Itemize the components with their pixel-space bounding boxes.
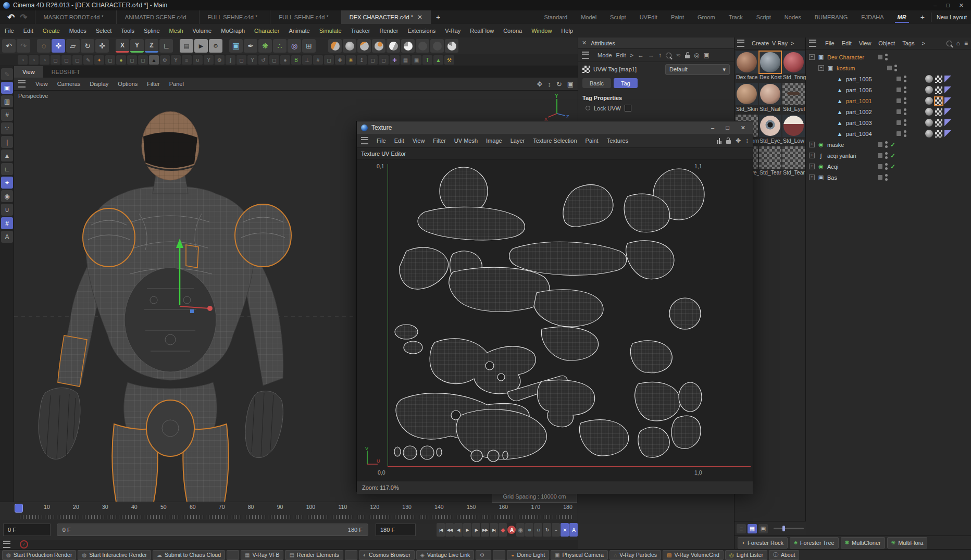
toolbar2-icon[interactable]: ◻ — [138, 55, 148, 65]
object-tree-row[interactable]: + ▣ Bas ✓ — [806, 172, 971, 183]
document-tab[interactable]: FULL SEHNE.c4d * — [270, 10, 341, 24]
materials-vray-menu[interactable]: V-Ray — [772, 40, 788, 46]
texture-menu-item[interactable]: Textures — [603, 138, 633, 144]
thumbnail-size-slider[interactable] — [774, 528, 804, 529]
viewport-menu-item[interactable]: Display — [85, 81, 113, 87]
up-arrow-icon[interactable]: ↑ — [658, 52, 662, 59]
menu-item[interactable]: Tracker — [346, 28, 375, 34]
toolbar2-icon[interactable]: ◻ — [61, 55, 71, 65]
menu-item[interactable]: Mesh — [165, 28, 188, 34]
visibility-dots[interactable] — [885, 54, 888, 60]
material-tag-icon[interactable] — [925, 75, 933, 83]
toolbar2-icon[interactable]: ◔ — [29, 55, 39, 65]
object-tree-row[interactable]: + ◉ maske ✓ — [806, 139, 971, 150]
material-item[interactable]: Std_Nail — [759, 83, 782, 114]
vray-shelf-button[interactable]: ◐ Cosmos Browser — [359, 550, 415, 560]
material-item[interactable]: Std_Tear — [759, 146, 782, 178]
toolbar2-icon[interactable]: ▲ — [149, 55, 159, 65]
target-icon[interactable]: ◎ — [694, 52, 699, 59]
phong-tag-icon[interactable] — [944, 130, 951, 137]
viewport-menu-item[interactable]: Filter — [142, 81, 164, 87]
lock-icon[interactable] — [685, 55, 690, 58]
layer-square-icon[interactable] — [887, 66, 892, 70]
toolbar2-icon[interactable]: ◻ — [105, 55, 115, 65]
forester-shelf-button[interactable]: ◗ Forester Rock — [738, 537, 788, 549]
object-name[interactable]: acqi yanlari — [827, 153, 875, 159]
spline-pen-icon[interactable]: ✒ — [244, 39, 257, 53]
new-layout-button[interactable]: New Layout — [932, 10, 971, 24]
rotate-tool-icon[interactable]: ↻ — [81, 39, 94, 53]
visibility-dots[interactable] — [904, 86, 906, 93]
vray-shelf-button[interactable]: ◒ Dome Light — [507, 550, 549, 560]
object-name[interactable]: kostum — [837, 65, 885, 71]
points-mode-icon[interactable]: ∵ — [1, 122, 13, 134]
fit-vertical-icon[interactable]: ↕ — [745, 137, 749, 144]
object-name[interactable]: part_1001 — [846, 98, 894, 104]
object-tree-row[interactable]: ▲ part_1005 ✓ — [806, 73, 971, 84]
toolbar2-icon[interactable]: B — [291, 55, 301, 65]
maximize-button[interactable]: □ — [726, 125, 729, 131]
expander-icon[interactable]: − — [818, 65, 824, 71]
texture-mode-icon[interactable]: ▥ — [1, 95, 13, 107]
layout-view-icon[interactable]: ▣ — [758, 524, 768, 533]
menu-item[interactable]: RealFlow — [465, 28, 499, 34]
toolbar2-icon[interactable]: ↥ — [357, 55, 367, 65]
render-view-icon[interactable]: ▤ — [180, 39, 193, 53]
menu-item[interactable]: Select — [91, 28, 117, 34]
menu-item[interactable]: Extensions — [403, 28, 440, 34]
object-name[interactable]: part_1004 — [846, 131, 894, 137]
vray-shelf-button[interactable]: ☁ Submit to Chaos Cloud — [153, 550, 225, 560]
material-thumbnail[interactable] — [736, 51, 758, 73]
redo-icon[interactable]: ↷ — [20, 12, 27, 23]
material-tag-icon[interactable] — [925, 86, 933, 94]
undo-icon[interactable]: ↶ — [7, 12, 15, 23]
visibility-dots[interactable] — [904, 97, 906, 104]
toolbar2-icon[interactable]: # — [313, 55, 323, 65]
expander-icon[interactable]: + — [809, 164, 815, 169]
menu-item[interactable]: File — [0, 28, 19, 34]
layout-tab[interactable]: Standard — [537, 10, 574, 24]
object-name[interactable]: Dex Character — [827, 54, 875, 60]
object-name[interactable]: part_1005 — [846, 76, 894, 82]
layout-tab[interactable]: BUMERANG — [808, 10, 855, 24]
layout-tab[interactable]: Nodes — [778, 10, 808, 24]
toolbar2-icon[interactable]: ◻ — [72, 55, 82, 65]
visibility-dots[interactable] — [904, 119, 906, 126]
visibility-dots[interactable] — [885, 141, 888, 148]
visibility-dots[interactable] — [904, 108, 906, 115]
texture-menu-item[interactable]: View — [408, 138, 429, 144]
layer-square-icon[interactable] — [897, 77, 901, 81]
hamburger-icon[interactable] — [809, 40, 816, 47]
prev-frame-button[interactable]: ◀| — [454, 523, 463, 537]
object-tree-row[interactable]: − ▣ kostum ✓ — [806, 63, 971, 73]
prev-key-button[interactable]: ◀◀ — [445, 523, 454, 537]
sim-ball-5-icon[interactable] — [387, 39, 400, 53]
forester-shelf-button[interactable]: ❀ MultiFlora — [887, 537, 928, 549]
timeline-playhead[interactable] — [15, 504, 23, 513]
tweak-mode-icon[interactable]: ✎ — [1, 68, 13, 80]
maximize-view-icon[interactable]: ▣ — [567, 80, 574, 88]
sim-ball-8-icon[interactable] — [430, 39, 444, 53]
toolbar2-icon[interactable]: ◔ — [40, 55, 49, 65]
materials-create-menu[interactable]: Create — [752, 40, 769, 46]
toolbar2-icon[interactable]: Y — [247, 55, 257, 65]
object-manager-menu-item[interactable]: File — [821, 40, 838, 46]
material-item[interactable]: Std_Skin — [736, 83, 758, 114]
material-thumbnail[interactable] — [782, 146, 805, 169]
texture-window-titlebar[interactable]: Texture – □ ✕ — [357, 121, 753, 134]
menu-item[interactable]: Character — [250, 28, 284, 34]
layout-tab[interactable]: UVEdit — [633, 10, 664, 24]
autokey-objects-toggle[interactable]: A — [569, 523, 578, 537]
vray-shelf-button[interactable]: ▤ Render Elements — [285, 550, 343, 560]
material-thumbnail[interactable] — [736, 83, 758, 105]
material-item[interactable]: Std_Tear — [782, 146, 805, 178]
sim-ball-4-icon[interactable] — [372, 39, 385, 53]
material-item[interactable]: Std_Eyel — [782, 83, 805, 114]
layer-square-icon[interactable] — [878, 164, 882, 169]
forester-shelf-button[interactable]: ♣ Forester Tree — [790, 537, 839, 549]
document-tab[interactable]: FULL SEHNE.c4d * — [199, 10, 270, 24]
object-tree-row[interactable]: + ◉ Acqi ✓ — [806, 161, 971, 172]
layer-square-icon[interactable] — [897, 88, 901, 92]
add-cube-icon[interactable]: ▣ — [229, 39, 243, 53]
add-layout-button[interactable]: + — [915, 10, 930, 24]
